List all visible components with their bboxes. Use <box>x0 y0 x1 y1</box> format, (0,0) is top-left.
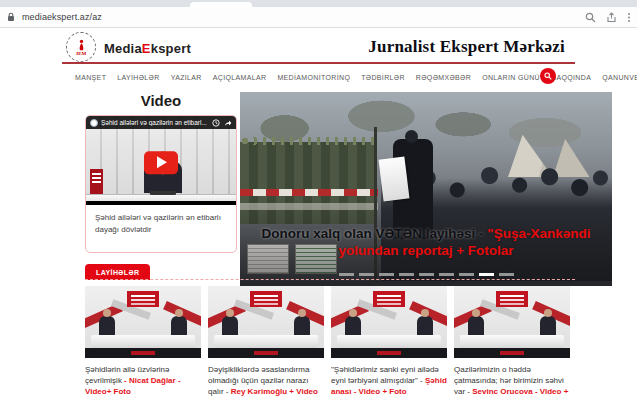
article-card[interactable]: Dəyişikliklərdə əsaslandırma olmadığı üç… <box>208 286 324 400</box>
article-thumbnail <box>331 286 447 358</box>
projects-divider <box>85 279 575 280</box>
article-card[interactable]: "Şəhidlərimiz sanki eyni ailədə eyni tər… <box>331 286 447 400</box>
video-widget: Şəhid ailələri və qazilərin ən etibarl..… <box>85 115 237 253</box>
video-share-icon[interactable] <box>224 119 232 127</box>
studio-guest <box>417 316 433 336</box>
video-title[interactable]: Şəhid ailələri və qazilərin ən etibarl..… <box>101 119 209 126</box>
lock-icon <box>7 12 15 22</box>
studio-host <box>345 316 361 336</box>
headline-dark-part: Donoru xalq olan VƏTƏN layihəsi - <box>261 226 487 241</box>
nav-item-mediamonitorinq[interactable]: MEDİAMONİTORİNQ <box>277 74 350 81</box>
article-card[interactable]: Şəhidlərin ailə üzvlərinə çevrilmişik - … <box>85 286 201 400</box>
article-card[interactable]: Qazilərimizin o həddə çatmasında; hər bi… <box>454 286 570 400</box>
site-logo-emblem[interactable]: JEM <box>66 32 96 62</box>
slide-dash[interactable] <box>359 273 374 276</box>
article-thumbnail <box>208 286 324 358</box>
studio-desk <box>337 335 441 348</box>
search-button[interactable] <box>540 68 556 84</box>
studio-red-panel <box>90 169 103 195</box>
slide-dash[interactable] <box>399 273 414 276</box>
caption-highlight: Sevinc Orucova - Video + Foto <box>454 387 568 400</box>
nav-item-onlarin-gunu[interactable]: ONLARIN GÜNÜ <box>482 74 540 81</box>
browser-address-bar: mediaekspert.az/az <box>0 7 637 28</box>
webpage: JEM MediaEkspert Jurnalist Ekspert Mərkə… <box>0 28 637 400</box>
photo-barrier <box>240 189 378 196</box>
studio-host <box>99 316 115 336</box>
studio-host <box>222 316 238 336</box>
url-text[interactable]: mediaekspert.az/az <box>22 12 102 22</box>
site-logotype[interactable]: MediaEkspert <box>104 41 191 56</box>
watch-later-icon[interactable] <box>212 119 220 127</box>
zoom-icon[interactable] <box>585 12 596 23</box>
slide-dash[interactable] <box>459 273 474 276</box>
article-caption[interactable]: Qazilərimizin o həddə çatmasında; hər bi… <box>454 364 570 400</box>
studio-floor <box>208 348 324 358</box>
browser-tab-strip <box>0 0 637 7</box>
article-thumbnail <box>454 286 570 358</box>
video-caption[interactable]: Şəhid ailələri və qazilərin ən etibarlı … <box>86 205 236 242</box>
nav-item-qanunvericilik[interactable]: QANUNVERİCİLİK <box>602 74 637 81</box>
studio-guest <box>171 316 187 336</box>
nav-item-reqemxeber[interactable]: RƏQƏMXƏBƏR <box>416 74 471 81</box>
projects-badge[interactable]: LAYİHƏLƏR <box>85 264 150 280</box>
article-thumbnail <box>85 286 201 358</box>
projects-card-list: Şəhidlərin ailə üzvlərinə çevrilmişik - … <box>85 286 577 400</box>
studio-floor <box>85 348 201 358</box>
channel-avatar[interactable] <box>90 119 98 127</box>
studio-desk <box>214 335 318 348</box>
caption-highlight: Rey Kərimoğlu + Video <box>231 387 318 396</box>
studio-banner <box>250 291 282 307</box>
studio-floor <box>454 348 570 358</box>
main-navigation: MANŞET LAYİHƏLƏR YAZILAR AÇIQLAMALAR MED… <box>75 66 575 88</box>
search-icon <box>544 72 552 80</box>
site-title: Jurnalist Ekspert Mərkəzi <box>368 37 565 57</box>
logo-rest: kspert <box>151 41 191 56</box>
youtube-player[interactable]: Şəhid ailələri və qazilərin ən etibarl..… <box>86 116 236 205</box>
browser-window: mediaekspert.az/az JEM MediaEkspert Jurn… <box>0 0 637 400</box>
more-icon[interactable] <box>627 12 631 23</box>
studio-banner <box>373 291 405 307</box>
studio-guest <box>540 316 556 336</box>
studio-host <box>468 316 484 336</box>
hero-slider[interactable]: Donoru xalq olan VƏTƏN layihəsi - "Şuşa-… <box>240 92 612 286</box>
projects-header: LAYİHƏLƏR <box>85 264 575 280</box>
slider-indicators <box>240 273 612 276</box>
slide-dash[interactable] <box>419 273 434 276</box>
nav-item-tedbirler[interactable]: TƏDBİRLƏR <box>361 74 405 81</box>
nav-item-aciqlamalar[interactable]: AÇIQLAMALAR <box>213 74 267 81</box>
nav-item-layiheler[interactable]: LAYİHƏLƏR <box>117 74 159 81</box>
article-caption[interactable]: Şəhidlərin ailə üzvlərinə çevrilmişik - … <box>85 364 201 398</box>
logo-media: Media <box>104 41 142 56</box>
studio-desk <box>91 335 195 348</box>
article-caption[interactable]: Dəyişikliklərdə əsaslandırma olmadığı üç… <box>208 364 324 398</box>
video-letterbox <box>86 201 236 205</box>
header-divider <box>62 62 575 64</box>
studio-floor <box>331 348 447 358</box>
caption-text: "Şəhidlərimiz sanki eyni ailədə eyni tər… <box>331 365 439 385</box>
slide-dash[interactable] <box>439 273 454 276</box>
logo-emblem-text: JEM <box>76 51 87 56</box>
studio-desk <box>460 335 564 348</box>
hero-headline[interactable]: Donoru xalq olan VƏTƏN layihəsi - "Şuşa-… <box>255 226 597 260</box>
play-button[interactable] <box>144 151 178 174</box>
slide-dash[interactable] <box>339 273 354 276</box>
photo-banner-paper <box>379 157 410 202</box>
studio-banner <box>496 291 528 307</box>
article-caption[interactable]: "Şəhidlərimiz sanki eyni ailədə eyni tər… <box>331 364 447 398</box>
photo-bottom-edge <box>240 281 612 286</box>
video-title-bar: Şəhid ailələri və qazilərin ən etibarl..… <box>86 116 236 129</box>
video-section-heading: Video <box>85 92 237 109</box>
logo-accent: E <box>142 41 151 56</box>
nav-item-haqqinda[interactable]: HAQQINDA <box>551 74 591 81</box>
studio-banner <box>127 291 159 307</box>
nav-item-manset[interactable]: MANŞET <box>75 74 106 81</box>
slide-dash[interactable] <box>499 273 514 276</box>
slide-dash-active[interactable] <box>479 273 494 276</box>
share-icon[interactable] <box>606 12 617 23</box>
slide-dash[interactable] <box>379 273 394 276</box>
studio-guest <box>294 316 310 336</box>
nav-item-yazilar[interactable]: YAZILAR <box>171 74 202 81</box>
